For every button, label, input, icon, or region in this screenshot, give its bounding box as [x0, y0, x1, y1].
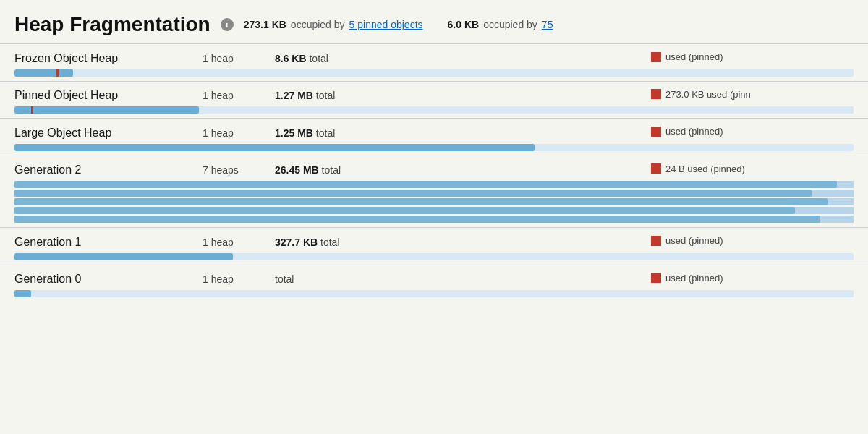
gen2-bar-row [14, 181, 854, 188]
table-row: Generation 01 heap totalused (pinned) [0, 265, 868, 302]
bar-fill [14, 106, 199, 114]
legend-label: used (pinned) [665, 235, 723, 246]
bar-container [14, 144, 854, 151]
page-title: Heap Fragmentation [14, 13, 210, 36]
heap-count: 1 heap [203, 53, 275, 64]
gen2-bar-row [14, 190, 854, 197]
heap-name: Frozen Object Heap [14, 52, 203, 65]
table-row: Generation 11 heap327.7 KB totalused (pi… [0, 227, 868, 265]
heap-size: 8.6 KB total [275, 53, 376, 64]
header-stats-1: 273.1 KB occupied by 5 pinned objects [244, 19, 423, 30]
bar-fill [14, 190, 812, 197]
stat1-label: occupied by [291, 19, 345, 30]
heap-size: 26.45 MB total [275, 164, 376, 176]
heap-name: Large Object Heap [14, 127, 203, 140]
table-row: Frozen Object Heap1 heap8.6 KB totalused… [0, 43, 868, 81]
bar-pin [56, 69, 59, 77]
legend-label: 273.0 KB used (pinn [665, 89, 751, 100]
gen2-bars-container [14, 181, 854, 223]
stat2-value: 6.0 KB [448, 19, 480, 30]
bar-fill [14, 290, 31, 297]
heap-size: total [275, 273, 376, 285]
gen2-bar-row [14, 207, 854, 214]
stat2-link[interactable]: 75 [542, 19, 553, 30]
legend-color-box [651, 52, 661, 62]
bar-fill [14, 253, 233, 260]
bar-container [14, 290, 854, 297]
table-row: Pinned Object Heap1 heap1.27 MB total273… [0, 81, 868, 119]
table-row: Generation 27 heaps26.45 MB total24 B us… [0, 156, 868, 228]
bar-container [14, 69, 854, 77]
heap-name: Generation 0 [14, 273, 203, 286]
heap-legend: used (pinned) [651, 51, 854, 62]
bar-fill [14, 69, 73, 77]
heap-name: Pinned Object Heap [14, 89, 203, 102]
bar-fill [14, 198, 828, 205]
heap-legend: used (pinned) [651, 273, 854, 284]
heap-count: 1 heap [203, 273, 275, 285]
gen2-bar-row [14, 216, 854, 223]
legend-color-box [651, 163, 661, 174]
heap-legend: used (pinned) [651, 235, 854, 246]
page-header: Heap Fragmentation i 273.1 KB occupied b… [0, 0, 868, 43]
heap-count: 1 heap [203, 127, 275, 139]
legend-color-box [651, 89, 661, 99]
bar-fill [14, 144, 535, 151]
heap-legend: used (pinned) [651, 126, 854, 137]
heap-table: Frozen Object Heap1 heap8.6 KB totalused… [0, 43, 868, 302]
bar-fill [14, 207, 795, 214]
heap-count: 1 heap [203, 90, 275, 101]
info-icon[interactable]: i [221, 18, 234, 31]
bar-pin [31, 106, 33, 114]
heap-count: 1 heap [203, 237, 275, 248]
heap-name: Generation 2 [14, 163, 203, 176]
heap-count: 7 heaps [203, 164, 275, 176]
legend-label: used (pinned) [665, 126, 723, 137]
stat1-value: 273.1 KB [244, 19, 286, 30]
legend-color-box [651, 273, 661, 283]
stat2-label: occupied by [483, 19, 537, 30]
legend-color-box [651, 127, 661, 137]
bar-fill [14, 216, 820, 223]
legend-label: 24 B used (pinned) [665, 163, 745, 174]
heap-size: 1.25 MB total [275, 127, 376, 139]
gen2-bar-row [14, 198, 854, 205]
legend-color-box [651, 236, 661, 246]
bar-fill [14, 181, 837, 188]
legend-label: used (pinned) [665, 273, 723, 284]
heap-size: 327.7 KB total [275, 237, 376, 248]
bar-container [14, 106, 854, 114]
heap-legend: 273.0 KB used (pinn [651, 89, 854, 100]
stat1-link[interactable]: 5 pinned objects [349, 19, 423, 30]
legend-label: used (pinned) [665, 51, 723, 62]
header-stats-2: 6.0 KB occupied by 75 [448, 19, 553, 30]
heap-legend: 24 B used (pinned) [651, 163, 854, 174]
bar-container [14, 253, 854, 260]
heap-name: Generation 1 [14, 236, 203, 249]
table-row: Large Object Heap1 heap1.25 MB totalused… [0, 118, 868, 156]
heap-size: 1.27 MB total [275, 90, 376, 101]
